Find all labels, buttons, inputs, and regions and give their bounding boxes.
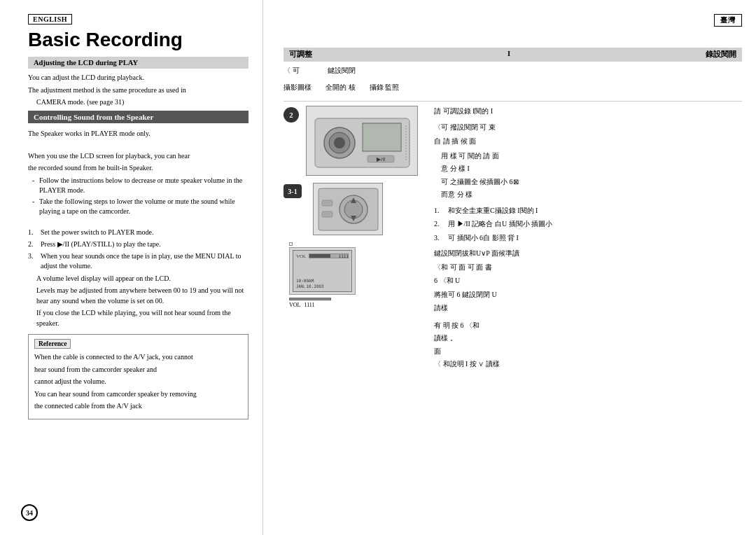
page-container: ENGLISH Basic Recording Adjusting the LC… <box>0 0 756 535</box>
vol-label-row: VOL 1111 <box>289 302 424 308</box>
chinese-step3-num: 3. <box>434 232 445 244</box>
diagram-row-2: 2 <box>284 106 424 176</box>
chinese-sub4: 而意 分 樣 <box>434 189 742 201</box>
svg-rect-15 <box>322 211 332 217</box>
step2-num: 2. <box>28 239 38 249</box>
chinese-text-column: 請 可調設錄 I閱的 I 〈可 撥設閱閉 可 束 自 請 插 候 面 用 樣 可… <box>434 106 742 372</box>
ref-line2: hear sound from the camcorder speaker an… <box>34 365 242 375</box>
section2-header: Controlling Sound from the Speaker <box>28 111 248 123</box>
section2-bullet1: Follow the instructions below to decreas… <box>28 176 248 195</box>
chinese-step1-text: 和安全圭束重C攝設錄 I閱的 I <box>448 205 538 217</box>
step3-num: 3. <box>28 251 38 271</box>
left-column: ENGLISH Basic Recording Adjusting the LC… <box>0 0 262 535</box>
chinese-sub2: 意 分 樣 I <box>434 163 742 175</box>
extra-body: A volume level display will appear on th… <box>28 274 248 329</box>
section2-line2: the recorded sound from he built-in Spea… <box>28 163 248 174</box>
right-row1-left: 〈 可 <box>284 66 300 76</box>
chinese-step2: 2. 用 ▶/II 記略合 白U 插閱小 插圖小 <box>434 218 742 230</box>
section2-body: The Speaker works in PLAYER mode only. W… <box>28 129 248 216</box>
chinese-note2: 讀樣 。 <box>434 334 457 342</box>
chinese-step3-text: 可 插閱小 6自 影照 背 I <box>448 232 519 244</box>
section2-header-text: Controlling Sound from the Speaker <box>34 113 153 121</box>
chinese-line1: 〈可 撥設閱閉 可 束 <box>434 122 742 134</box>
svg-rect-4 <box>363 123 401 151</box>
chinese-note3: 面 <box>434 347 441 355</box>
page-title: Basic Recording <box>28 29 248 51</box>
chinese-note4: 〈 和說明 I 按 ∨ 讀樣 <box>434 360 500 368</box>
ref-line3: cannot adjust the volume. <box>34 377 242 387</box>
right-row2-mid: 全開的 核 <box>326 83 356 92</box>
chinese-step1: 1. 和安全圭束重C攝設錄 I閱的 I <box>434 205 742 217</box>
ref-line1: When the cable is connected to the A/V j… <box>34 352 242 363</box>
chinese-step2-text: 用 ▶/II 記略合 白U 插閱小 插圖小 <box>448 218 552 230</box>
reference-box: Reference When the cable is connected to… <box>28 334 248 419</box>
section2-bullet2: Take the following steps to lower the vo… <box>28 197 248 216</box>
right-row2-left: 攝影圖樣 <box>284 83 312 92</box>
screen-time: 10:00AM <box>296 278 314 283</box>
svg-rect-14 <box>322 200 332 206</box>
step1-num: 1. <box>28 228 38 237</box>
step1: 1. Set the power switch to PLAYER mode. <box>28 228 248 237</box>
screen-bars: 1111 <box>339 253 349 258</box>
chinese-extra2: 〈和 可 面 可 面 書 <box>434 262 742 274</box>
chinese-note1: 有 明 按 6 〈和 <box>434 321 479 329</box>
camera-svg-small <box>315 185 382 234</box>
vol-label: VOL <box>289 302 300 308</box>
chinese-sub1: 用 樣 可 閱的 請 面 <box>434 151 742 162</box>
right-header-mid: I <box>507 50 510 60</box>
step2-text: Press ▶/II (PLAY/STILL) to play the tape… <box>41 239 161 249</box>
lcd-indicator <box>289 242 293 246</box>
right-top-text-row2: 攝影圖樣 全開的 核 攝錄 監照 <box>284 83 742 92</box>
ref-line4: You can hear sound from camcorder speake… <box>34 389 242 400</box>
screen-date: JAN.10.2003 <box>296 284 324 289</box>
extra-line1: A volume level display will appear on th… <box>36 274 248 284</box>
right-header-left: 可調整 <box>289 50 312 60</box>
chinese-extra5: 請樣 <box>434 303 742 314</box>
step3-text: When you hear sounds once the tape is in… <box>41 251 248 271</box>
right-row2-right: 攝錄 監照 <box>370 83 400 92</box>
chinese-extra1: 鍵設閱閉拔和U∨P 面候準讀 <box>434 248 742 260</box>
section2-intro: The Speaker works in PLAYER mode only. <box>28 129 248 139</box>
camera-svg-large: ▶/II <box>308 108 416 174</box>
section1-line1: You can adjust the LCD during playback. <box>28 73 248 83</box>
section-divider <box>284 101 742 102</box>
step-circle-3: 3-1 <box>284 184 302 198</box>
chinese-step2-num: 2. <box>434 218 445 230</box>
ref-line5: the connected cable from the A/V jack <box>34 401 242 412</box>
chinese-step3: 3. 可 插閱小 6自 影照 背 I <box>434 232 742 244</box>
chinese-note2-row: 讀樣 。 <box>434 333 742 345</box>
page-number: 34 <box>21 504 38 521</box>
right-main-content: 2 <box>284 106 742 372</box>
chinese-step1-num: 1. <box>434 205 445 217</box>
reference-label: Reference <box>34 339 71 349</box>
camera-image-small <box>313 183 383 235</box>
step3: 3. When you hear sounds once the tape is… <box>28 251 248 271</box>
diagram-row-3: 3-1 <box>284 183 424 235</box>
chinese-intro: 請 可調設錄 I閱的 I <box>434 107 493 115</box>
extra-line3: If you close the LCD while playing, you … <box>36 308 248 328</box>
right-top-text-row: 〈 可 鍵設閱閉 <box>284 66 742 76</box>
section1-body: You can adjust the LCD during playback. … <box>28 73 248 108</box>
lcd-screen: VOL 10:00AM JAN.10.2003 1111 <box>289 247 356 295</box>
diagram-column: 2 <box>284 106 424 372</box>
section1-line2: The adjustment method is the same proced… <box>28 85 248 96</box>
section1-header: Adjusting the LCD during PLAY <box>28 57 248 69</box>
chinese-intro-line: 請 可調設錄 I閱的 I <box>434 106 742 118</box>
taiwan-badge: 臺灣 <box>714 14 742 27</box>
chinese-note4-row: 〈 和說明 I 按 ∨ 讀樣 <box>434 359 742 370</box>
step1-text: Set the power switch to PLAYER mode. <box>41 228 154 237</box>
bars-label: 1111 <box>304 302 314 308</box>
step-circle-2: 2 <box>284 107 299 123</box>
screen-indicator-row <box>289 298 424 300</box>
chinese-sub3: 可 之攝圖全 候插圖小 6⊠ <box>434 176 742 188</box>
lcd-display-area: VOL 10:00AM JAN.10.2003 1111 <box>289 242 424 308</box>
section1-header-text: Adjusting the LCD during PLAY <box>34 59 138 67</box>
right-row1-right: 鍵設閱閉 <box>328 66 356 76</box>
chinese-extra3: 6 〈和 U <box>434 275 742 287</box>
section2-line1: When you use the LCD screen for playback… <box>28 151 248 162</box>
section1-line3: CAMERA mode. (see page 31) <box>28 97 248 108</box>
svg-text:▶/II: ▶/II <box>377 156 386 162</box>
right-header-right: 錄設閱開 <box>706 50 736 60</box>
reference-body: When the cable is connected to the A/V j… <box>34 352 242 412</box>
chinese-line2: 自 請 插 候 面 <box>434 136 742 148</box>
